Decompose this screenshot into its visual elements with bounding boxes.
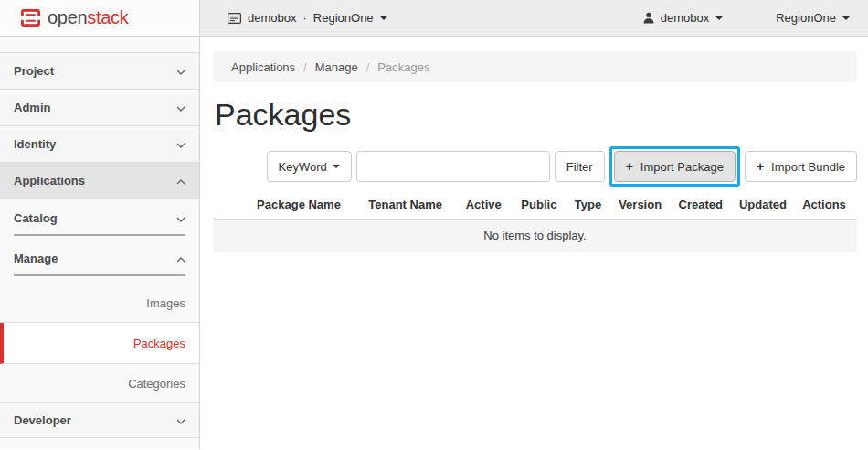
column-header-type: Type (568, 198, 609, 211)
empty-table-message: No items to display. (213, 219, 857, 252)
sidebar-item-label: Categories (128, 377, 185, 391)
chevron-down-icon (176, 137, 185, 151)
sidebar-item-admin[interactable]: Admin (0, 90, 199, 126)
user-menu-label: demobox (661, 11, 709, 25)
context-separator: · (302, 11, 306, 25)
domain-icon (228, 13, 241, 24)
chevron-down-icon (176, 101, 185, 114)
context-switcher-dropdown[interactable]: demobox · RegionOne (228, 11, 387, 25)
chevron-down-icon (333, 165, 340, 172)
filter-button-label: Filter (566, 160, 593, 174)
column-header-active: Active (457, 198, 510, 211)
sidebar-item-identity[interactable]: Identity (0, 126, 199, 163)
openstack-cube-icon (20, 8, 41, 27)
column-header-version: Version (612, 198, 669, 211)
breadcrumb: Applications / Manage / Packages (213, 51, 857, 82)
region-menu-dropdown[interactable]: RegionOne (776, 11, 850, 25)
breadcrumb-separator: / (303, 60, 307, 74)
user-menu-dropdown[interactable]: demobox (643, 11, 723, 25)
chevron-down-icon (842, 16, 850, 24)
top-bar-right: demobox · RegionOne demobox RegionOne (200, 0, 868, 36)
sidebar-top-strip (0, 37, 199, 53)
plus-icon: + (757, 159, 764, 174)
sidebar-item-catalog[interactable]: Catalog (0, 199, 199, 236)
action-highlight-box: + Import Package (609, 146, 740, 187)
brand-wordmark: openstack (48, 7, 128, 28)
import-package-button[interactable]: + Import Package (614, 151, 736, 182)
sidebar-item-applications[interactable]: Applications (0, 163, 199, 199)
sidebar-item-manage[interactable]: Manage (0, 236, 199, 276)
top-bar: openstack demobox · RegionOne (0, 0, 868, 37)
sidebar-item-label: Admin (14, 101, 50, 114)
column-header-tenant-name: Tenant Name (357, 198, 453, 211)
user-icon (643, 12, 654, 24)
import-bundle-label: Import Bundle (771, 160, 845, 174)
main-content: Applications / Manage / Packages Package… (200, 37, 868, 449)
section-underline (14, 274, 185, 276)
sidebar-item-label: Identity (14, 137, 56, 151)
region-menu-label: RegionOne (776, 11, 836, 25)
sidebar-item-images[interactable]: Images (0, 284, 199, 323)
column-header-created: Created (672, 198, 729, 211)
sidebar-nav: Project Admin Identity Applications Cata… (0, 37, 200, 449)
keyword-dropdown[interactable]: KeyWord (267, 151, 352, 182)
breadcrumb-manage[interactable]: Manage (315, 60, 358, 74)
packages-table-header: Package Name Tenant Name Active Public T… (213, 198, 857, 211)
chevron-down-icon (176, 211, 185, 225)
chevron-down-icon (176, 64, 185, 78)
sidebar-item-developer[interactable]: Developer (0, 403, 199, 438)
sidebar-item-label: Project (14, 64, 54, 78)
sidebar-item-label: Packages (133, 337, 185, 350)
sidebar-item-label: Manage (14, 252, 58, 265)
import-package-label: Import Package (640, 160, 724, 174)
context-project-label: demobox (248, 11, 296, 25)
sidebar-item-project[interactable]: Project (0, 53, 199, 90)
openstack-logo[interactable]: openstack (0, 0, 200, 36)
empty-message-text: No items to display. (483, 229, 586, 242)
chevron-down-icon (176, 413, 185, 427)
chevron-up-icon (176, 174, 185, 188)
chevron-down-icon (380, 16, 387, 24)
chevron-down-icon (715, 16, 723, 24)
sidebar-item-label: Developer (14, 413, 71, 427)
sidebar-item-categories[interactable]: Categories (0, 364, 199, 403)
sidebar-item-label: Images (146, 296, 185, 310)
chevron-up-icon (176, 252, 185, 265)
column-header-public: Public (513, 198, 564, 211)
breadcrumb-separator: / (366, 60, 370, 74)
context-region-label: RegionOne (313, 11, 374, 25)
table-toolbar: KeyWord Filter + Import Package + Import… (213, 146, 857, 187)
sidebar-item-label: Applications (14, 174, 85, 188)
column-header-actions: Actions (797, 198, 852, 211)
keyword-dropdown-label: KeyWord (279, 160, 327, 174)
breadcrumb-applications[interactable]: Applications (231, 60, 295, 74)
search-input[interactable] (356, 151, 550, 182)
sidebar-item-label: Catalog (14, 211, 58, 225)
page-title: Packages (215, 96, 857, 133)
page-layout: Project Admin Identity Applications Cata… (0, 37, 868, 449)
filter-button[interactable]: Filter (555, 151, 605, 182)
column-header-package-name: Package Name (244, 198, 354, 211)
column-header-updated: Updated (733, 198, 793, 211)
breadcrumb-packages: Packages (377, 60, 429, 74)
import-bundle-button[interactable]: + Import Bundle (745, 151, 857, 182)
plus-icon: + (626, 159, 633, 174)
sidebar-item-packages[interactable]: Packages (0, 323, 199, 364)
